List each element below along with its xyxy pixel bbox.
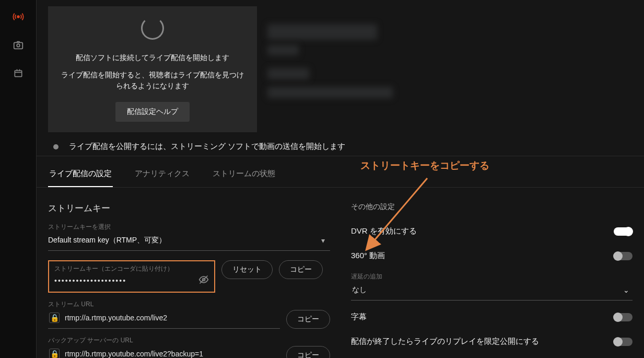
backup-url-value: rtmp://b.rtmp.youtube.com/live2?backup=1 <box>65 350 203 358</box>
copy-backup-button[interactable]: コピー <box>286 346 330 358</box>
delay-select[interactable]: なし ⌄ <box>351 281 633 301</box>
stream-key-select[interactable]: Default stream key（RTMP、可変） ▾ <box>48 233 330 251</box>
preview-card: 配信ソフトに接続してライブ配信を開始します ライブ配信を開始すると、視聴者はライ… <box>48 6 257 132</box>
svg-point-0 <box>17 16 19 18</box>
sidebar <box>0 0 37 358</box>
visibility-off-icon[interactable] <box>198 274 209 286</box>
svg-point-2 <box>17 44 20 47</box>
tab-settings[interactable]: ライブ配信の設定 <box>48 164 113 187</box>
status-text: ライブ配信を公開するには、ストリーミング ソフトで動画の送信を開始します <box>69 142 345 152</box>
live-icon[interactable] <box>12 10 25 23</box>
chevron-down-icon: ⌄ <box>623 286 629 294</box>
stream-key-box: ストリームキー（エンコーダに貼り付け） •••••••••••••••••••• <box>48 260 215 293</box>
svg-rect-1 <box>14 42 22 49</box>
video360-toggle[interactable] <box>614 252 633 260</box>
camera-icon[interactable] <box>12 39 25 51</box>
replay-label: 配信が終了したらライブのリプレイを限定公開にする <box>351 337 539 347</box>
select-value: Default stream key（RTMP、可変） <box>48 236 166 245</box>
stream-url-value: rtmp://a.rtmp.youtube.com/live2 <box>65 314 167 322</box>
stream-url-field: 🔒 rtmp://a.rtmp.youtube.com/live2 <box>48 311 280 329</box>
other-settings-title: その他の設定 <box>351 202 633 212</box>
delay-value: なし <box>352 285 367 295</box>
dvr-label: DVR を有効にする <box>351 226 417 236</box>
annotation-copy-text: ストリートキーをコピーする <box>360 159 489 172</box>
tabs: ライブ配信の設定 アナリティクス ストリームの状態 ストリートキーをコピーする <box>37 156 644 188</box>
subtitle-toggle[interactable] <box>614 313 633 321</box>
lock-icon: 🔒 <box>49 349 60 358</box>
tab-stream-status[interactable]: ストリームの状態 <box>212 164 276 187</box>
svg-rect-3 <box>15 71 21 77</box>
help-button[interactable]: 配信設定ヘルプ <box>115 102 190 122</box>
calendar-icon[interactable] <box>12 67 25 79</box>
status-dot-icon <box>53 144 58 149</box>
backup-url-label: バックアップ サーバーの URL <box>48 336 330 345</box>
status-row: ライブ配信を公開するには、ストリーミング ソフトで動画の送信を開始します <box>37 132 644 156</box>
video360-label: 360° 動画 <box>351 251 385 261</box>
lock-icon: 🔒 <box>49 313 60 323</box>
copy-key-button[interactable]: コピー <box>279 260 323 279</box>
dvr-toggle[interactable] <box>614 227 633 236</box>
stream-key-label: ストリームキー（エンコーダに貼り付け） <box>54 264 209 273</box>
metadata-blurred <box>267 6 633 132</box>
spinner-icon <box>141 17 164 40</box>
stream-key-value: •••••••••••••••••••• <box>54 276 126 285</box>
replay-toggle[interactable] <box>614 338 633 346</box>
preview-line1: 配信ソフトに接続してライブ配信を開始します <box>76 52 229 63</box>
stream-key-section: ストリームキー ストリームキーを選択 Default stream key（RT… <box>48 202 330 358</box>
delay-label: 遅延の追加 <box>351 272 633 281</box>
backup-url-field: 🔒 rtmp://b.rtmp.youtube.com/live2?backup… <box>48 348 280 358</box>
other-settings-section: その他の設定 DVR を有効にする 360° 動画 遅延の追加 なし ⌄ 字幕 … <box>351 202 633 358</box>
reset-button[interactable]: リセット <box>221 260 273 279</box>
main-area: 配信ソフトに接続してライブ配信を開始します ライブ配信を開始すると、視聴者はライ… <box>37 0 644 358</box>
stream-key-title: ストリームキー <box>48 202 330 214</box>
preview-line2: ライブ配信を開始すると、視聴者はライブ配信を見つけられるようになります <box>58 70 247 91</box>
stream-url-label: ストリーム URL <box>48 300 330 309</box>
tab-analytics[interactable]: アナリティクス <box>134 164 191 187</box>
select-label: ストリームキーを選択 <box>48 223 330 232</box>
subtitle-label: 字幕 <box>351 312 367 322</box>
chevron-down-icon: ▾ <box>321 236 325 245</box>
copy-url-button[interactable]: コピー <box>286 310 330 329</box>
